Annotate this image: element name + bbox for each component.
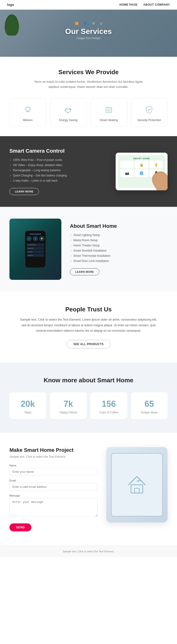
smart-home-screen-title: SMART HOME [120,157,163,160]
trust-title: People Trust Us [10,306,167,313]
camera-title: Smart Camera Control [10,148,110,154]
phone-menu-item-4: Security [27,254,44,257]
power-icon: ⊙ [100,22,103,25]
about-feature-3: Home Theater Setup [70,244,167,247]
bulb-icon [22,104,34,116]
camera-features: 100% Wire-Free – Free of power cords HD … [10,158,110,182]
tablet-inner [111,453,163,516]
stat-number-coffee: 156 [102,399,116,409]
piggy-icon [62,104,74,116]
phone-control-1: ☀ [27,236,32,241]
stat-card-tasks: 20k Tasks [10,392,46,419]
sh-icon-5: 🌀 [135,169,148,177]
footer-text: Sample text. Click to select the Text El… [10,550,167,553]
svg-point-3 [67,110,68,110]
stats-section: Know more about Smart Home 20k Tasks 7k … [0,362,177,433]
stat-label-coffee: Cups of Coffee [99,411,118,414]
svg-rect-11 [134,488,139,493]
form-left: Make Smart Home Project Sample text. Cli… [10,447,98,532]
shield-icon [143,104,155,116]
services-title: Services We Provide [10,68,167,76]
house-svg [125,473,149,496]
message-input[interactable] [10,498,98,517]
form-section: Make Smart Home Project Sample text. Cli… [0,433,177,546]
phone-menu: Living Room Bedroom Kitchen Security [27,243,44,257]
sh-icon-4: 📷 [120,169,134,177]
svg-rect-10 [131,485,143,493]
service-cards: Mission Energy Saving Smart Heating Secu… [10,98,167,127]
about-learn-more-button[interactable]: LEARN MORE [70,268,99,275]
email-input[interactable] [10,483,98,491]
services-desc: Nunc eu turpis id nulla sodales luctus. … [34,79,143,90]
camera-device: SMART HOME 🌡 🔒 💡 📷 🌀 📱 [116,153,167,190]
stat-number-clients: 7k [64,399,73,409]
nav-about[interactable]: ABOUT COMPANY [143,3,170,6]
phone-controls: ☀ ❄ 💡 [27,236,44,241]
service-card-mission: Mission [10,98,46,127]
contact-form: Name Email Message SEND [10,464,98,532]
stat-label-ideas: Unique Ideas [141,411,158,414]
about-content: About Smart Home Smart Lighting Setup Me… [61,223,167,275]
stat-card-ideas: 65 Unique Ideas [131,392,168,419]
settings-icon: ⚙ [92,22,95,25]
service-card-energy: Energy Saving [50,98,87,127]
email-label: Email [10,479,98,482]
name-input[interactable] [10,468,98,476]
camera-section: Smart Camera Control 100% Wire-Free – Fr… [0,136,177,207]
about-section: Home Control ☀ ❄ 💡 Living Room Bedroom K… [0,207,177,292]
services-section: Services We Provide Nunc eu turpis id nu… [0,57,177,136]
footer: Sample text. Click to select the Text El… [0,546,177,557]
stats-title: Know more about Smart Home [10,377,167,384]
see-all-products-button[interactable]: SEE ALL PRODUCTS [67,340,111,348]
phone-menu-item-2: Bedroom [27,247,44,250]
about-feature-6: Smart Door Lock Installation [70,259,167,263]
about-title: About Smart Home [70,223,167,229]
email-field-group: Email [10,479,98,491]
heating-icon [103,104,115,116]
service-label-mission: Mission [23,118,33,122]
hero-icons: 📶 👤 ⚙ ⊙ [75,22,103,25]
phone-mockup: Home Control ☀ ❄ 💡 Living Room Bedroom K… [25,230,46,268]
message-label: Message [10,494,98,497]
hero-section: 📶 👤 ⚙ ⊙ Our Services Images from Freepik [0,10,177,57]
svg-point-0 [26,107,30,111]
sh-icon-2: 🔒 [135,161,148,168]
service-card-security: Security Protection [131,98,168,127]
nav-home[interactable]: HOME PAGE [119,3,138,6]
tablet-mockup [106,447,167,522]
camera-device-wrapper: SMART HOME 🌡 🔒 💡 📷 🌀 📱 [116,153,167,190]
navbar: logo HOME PAGE ABOUT COMPANY [0,0,177,10]
about-features: Smart Lighting Setup Media Room Setup Ho… [70,234,167,263]
phone-menu-item-1: Living Room [27,243,44,246]
camera-feature-3: Rechargeable – Long lasting batteries [10,169,110,172]
user-icon: 👤 [83,22,87,25]
camera-learn-more-button[interactable]: LEARN MORE [10,188,39,195]
phone-menu-item-3: Kitchen [27,250,44,253]
service-label-energy: Energy Saving [59,118,77,122]
sh-icon-3: 💡 [149,161,163,168]
wifi-icon: 📶 [75,22,79,25]
camera-feature-1: 100% Wire-Free – Free of power cords [10,158,110,162]
svg-point-12 [138,481,138,482]
form-right [106,447,167,522]
stat-label-clients: Happy Clients [60,411,77,414]
stat-card-clients: 7k Happy Clients [50,392,87,419]
about-feature-1: Smart Lighting Setup [70,234,167,237]
camera-feature-5: 2-way Audio – Listen in or talk back. [10,179,110,182]
send-button[interactable]: SEND [10,524,31,532]
camera-feature-4: Quick Charging – Get fast battery chargi… [10,174,110,177]
service-card-heating: Smart Heating [90,98,127,127]
svg-point-1 [65,108,71,112]
name-label: Name [10,464,98,467]
phone-screen-title: Home Control [30,233,41,235]
hero-content: Our Services Images from Freepik [65,27,112,40]
logo: logo [7,3,14,6]
about-feature-5: Smart Thermostat Installation [70,254,167,258]
message-field-group: Message [10,494,98,518]
form-desc: Sample text. Click to select the Text El… [10,455,98,458]
form-inner: Make Smart Home Project Sample text. Cli… [10,447,167,532]
service-label-heating: Smart Heating [100,118,118,122]
about-feature-2: Media Room Setup [70,238,167,242]
stat-card-coffee: 156 Cups of Coffee [90,392,127,419]
hero-subtitle: Images from Freepik [65,37,112,40]
